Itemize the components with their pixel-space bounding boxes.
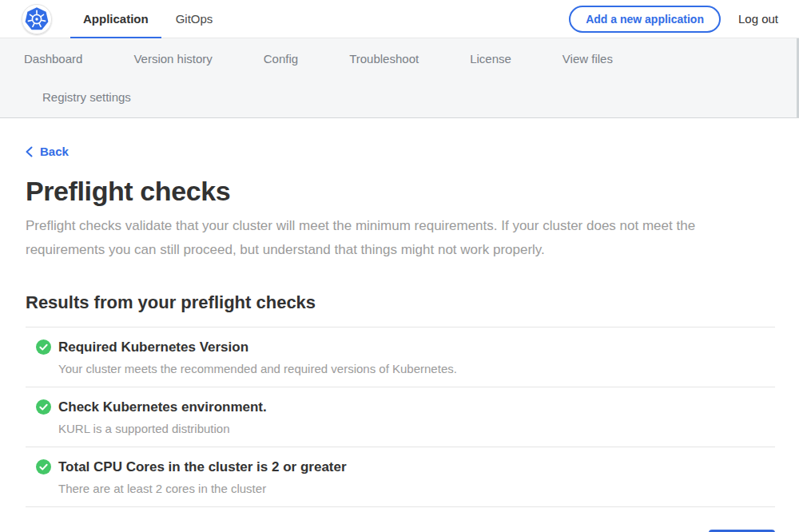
check-message: There are at least 2 cores in the cluste… [58,482,347,496]
check-circle-icon [36,399,51,415]
subnav-item-dashboard[interactable]: Dashboard [24,50,82,69]
back-link[interactable]: Back [26,145,69,158]
subnav-item-config[interactable]: Config [264,50,298,69]
page-description: Preflight checks validate that your clus… [26,214,754,262]
chevron-left-icon [26,146,33,157]
preflight-results-list: Required Kubernetes Version Your cluster… [26,327,775,507]
check-body: Required Kubernetes Version Your cluster… [58,339,457,376]
top-tabs: Application GitOps [70,0,225,38]
check-circle-icon [36,459,51,474]
preflight-result-row: Total CPU Cores in the cluster is 2 or g… [26,447,775,507]
subnav-item-version-history[interactable]: Version history [133,50,212,69]
check-title: Required Kubernetes Version [58,339,457,355]
preflight-page: Back Preflight checks Preflight checks v… [0,118,799,532]
check-title: Check Kubernetes environment. [58,399,267,415]
kubernetes-logo-icon [22,4,52,34]
check-circle-icon [36,339,51,355]
top-navigation: Application GitOps Add a new application… [0,0,799,38]
preflight-result-row: Check Kubernetes environment. KURL is a … [26,387,775,447]
results-heading: Results from your preflight checks [26,292,775,313]
check-body: Check Kubernetes environment. KURL is a … [58,399,267,436]
check-message: Your cluster meets the recommended and r… [58,362,457,376]
topnav-actions: Add a new application Log out [569,6,778,33]
app-subnav: Dashboard Version history Config Trouble… [0,38,799,118]
check-message: KURL is a supported distribution [58,422,267,436]
preflight-result-row: Required Kubernetes Version Your cluster… [26,328,775,387]
tab-application[interactable]: Application [70,0,161,38]
tab-gitops[interactable]: GitOps [163,0,226,38]
check-body: Total CPU Cores in the cluster is 2 or g… [58,459,347,496]
subnav-item-license[interactable]: License [470,50,511,69]
subnav-item-registry-settings[interactable]: Registry settings [42,88,131,107]
footer-actions: Re-run [26,530,775,532]
page-title: Preflight checks [26,176,775,207]
back-label: Back [40,145,69,158]
rerun-button[interactable]: Re-run [709,530,775,532]
check-title: Total CPU Cores in the cluster is 2 or g… [58,459,347,475]
logout-link[interactable]: Log out [738,12,778,26]
subnav-item-view-files[interactable]: View files [562,50,613,69]
subnav-item-troubleshoot[interactable]: Troubleshoot [349,50,419,69]
add-application-button[interactable]: Add a new application [569,6,721,33]
